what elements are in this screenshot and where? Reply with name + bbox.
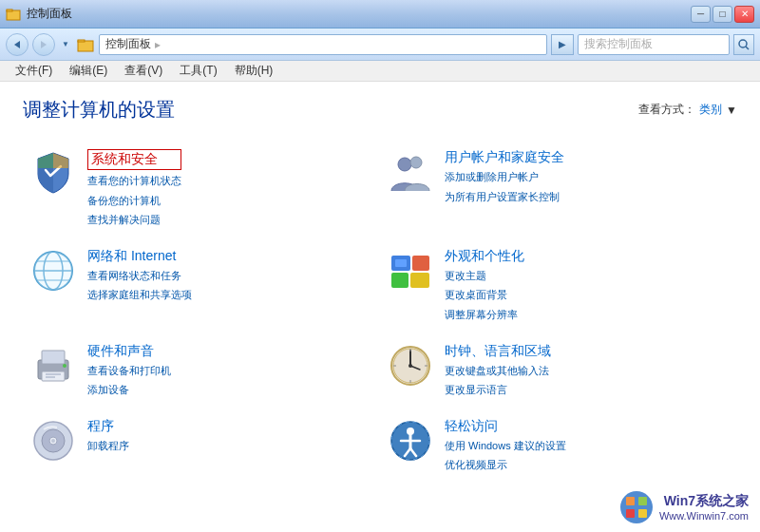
search-input[interactable]: 搜索控制面板 [578,34,730,55]
network-title[interactable]: 网络和 Internet [87,248,192,265]
system-security-link-2[interactable]: 备份您的计算机 [87,193,181,210]
user-accounts-link-1[interactable]: 添加或删除用户帐户 [445,169,564,186]
search-button[interactable] [733,34,754,55]
category-network[interactable]: 网络和 Internet 查看网络状态和任务 选择家庭组和共享选项 [23,238,380,333]
title-bar: 控制面板 ─ □ ✕ [0,0,760,28]
network-link-2[interactable]: 选择家庭组和共享选项 [87,287,192,304]
appearance-icon [388,248,433,294]
svg-rect-50 [638,497,647,505]
search-icon [738,39,750,50]
system-security-link-1[interactable]: 查看您的计算机状态 [87,173,181,190]
svg-rect-49 [626,497,635,505]
ease-of-access-icon [388,418,433,464]
hardware-link-1[interactable]: 查看设备和打印机 [87,363,171,380]
forward-button[interactable] [32,33,55,56]
svg-marker-2 [14,41,20,48]
view-options: 查看方式： 类别 ▼ [638,102,737,118]
clock-icon [388,343,433,389]
watermark-logo: Win7系统之家 Www.Winwin7.com [619,490,749,524]
clock-link-2[interactable]: 更改显示语言 [445,382,551,399]
category-user-accounts[interactable]: 用户帐户和家庭安全 添加或删除用户帐户 为所有用户设置家长控制 [380,140,737,238]
svg-rect-1 [7,10,12,11]
category-appearance[interactable]: 外观和个性化 更改主题 更改桌面背景 调整屏幕分辨率 [380,238,737,333]
back-button[interactable] [6,33,28,56]
maximize-button[interactable]: □ [712,6,732,23]
clock-title[interactable]: 时钟、语言和区域 [445,343,551,360]
system-security-title[interactable]: 系统和安全 [87,149,181,170]
system-security-link-3[interactable]: 查找并解决问题 [87,212,181,229]
programs-text: 程序 卸载程序 [87,418,129,455]
address-separator: ▸ [155,38,161,51]
menu-tools[interactable]: 工具(T) [172,61,224,81]
appearance-title[interactable]: 外观和个性化 [445,248,524,265]
category-ease-of-access[interactable]: 轻松访问 使用 Windows 建议的设置 优化视频显示 [380,408,737,484]
ease-of-access-link-2[interactable]: 优化视频显示 [445,457,566,474]
menu-view[interactable]: 查看(V) [117,61,170,81]
network-icon [30,248,76,294]
view-dropdown-icon[interactable]: ▼ [726,104,737,117]
svg-point-40 [51,439,55,443]
main-content: 调整计算机的设置 查看方式： 类别 ▼ [0,82,760,532]
title-bar-controls: ─ □ ✕ [691,6,754,23]
svg-rect-51 [626,509,635,518]
address-bar: ▼ 控制面板 ▸ ▶ 搜索控制面板 [0,28,760,61]
svg-rect-23 [42,351,65,364]
windows-logo [619,490,654,524]
ease-of-access-title[interactable]: 轻松访问 [445,418,566,435]
menu-file[interactable]: 文件(F) [8,61,60,81]
watermark-url: Www.Winwin7.com [659,510,749,522]
menu-bar: 文件(F) 编辑(E) 查看(V) 工具(T) 帮助(H) [0,61,760,82]
appearance-link-1[interactable]: 更改主题 [445,268,524,285]
programs-title[interactable]: 程序 [87,418,129,435]
network-link-1[interactable]: 查看网络状态和任务 [87,268,192,285]
category-system-security[interactable]: 系统和安全 查看您的计算机状态 备份您的计算机 查找并解决问题 [23,140,380,238]
ease-of-access-link-1[interactable]: 使用 Windows 建议的设置 [445,438,566,455]
title-bar-text: 控制面板 [27,6,72,22]
minimize-button[interactable]: ─ [691,6,711,23]
close-button[interactable]: ✕ [734,6,754,23]
svg-rect-19 [391,273,408,288]
svg-rect-26 [46,376,55,378]
menu-edit[interactable]: 编辑(E) [62,61,115,81]
svg-point-48 [620,491,653,523]
svg-rect-20 [410,273,429,288]
menu-help[interactable]: 帮助(H) [227,61,281,81]
category-programs[interactable]: 程序 卸载程序 [23,408,380,484]
system-security-icon [30,149,76,195]
svg-rect-5 [78,40,85,42]
address-go-button[interactable]: ▶ [551,34,574,55]
user-accounts-link-2[interactable]: 为所有用户设置家长控制 [445,189,564,206]
title-bar-left: 控制面板 [6,6,72,22]
hardware-icon [30,343,76,389]
clock-text: 时钟、语言和区域 更改键盘或其他输入法 更改显示语言 [445,343,551,399]
programs-link-1[interactable]: 卸载程序 [87,438,129,455]
svg-rect-25 [46,373,61,375]
category-hardware[interactable]: 硬件和声音 查看设备和打印机 添加设备 [23,333,380,408]
svg-marker-3 [41,41,47,48]
appearance-link-2[interactable]: 更改桌面背景 [445,287,524,304]
programs-icon [30,418,76,464]
page-title: 调整计算机的设置 [23,97,175,123]
category-clock[interactable]: 时钟、语言和区域 更改键盘或其他输入法 更改显示语言 [380,333,737,408]
svg-rect-52 [638,509,647,518]
address-input[interactable]: 控制面板 ▸ [99,34,547,55]
svg-point-10 [410,157,422,168]
user-accounts-title[interactable]: 用户帐户和家庭安全 [445,149,564,166]
svg-point-27 [63,364,66,368]
ease-of-access-text: 轻松访问 使用 Windows 建议的设置 优化视频显示 [445,418,566,474]
appearance-link-3[interactable]: 调整屏幕分辨率 [445,307,524,324]
svg-point-32 [408,364,412,368]
user-accounts-icon [388,149,433,195]
titlebar-icon [6,7,21,22]
view-mode-link[interactable]: 类别 [699,102,722,118]
svg-point-16 [34,252,72,290]
categories-grid: 系统和安全 查看您的计算机状态 备份您的计算机 查找并解决问题 [23,140,737,484]
hardware-link-2[interactable]: 添加设备 [87,382,171,399]
svg-rect-18 [412,256,429,271]
appearance-text: 外观和个性化 更改主题 更改桌面背景 调整屏幕分辨率 [445,248,524,324]
hardware-title[interactable]: 硬件和声音 [87,343,171,360]
nav-dropdown-button[interactable]: ▼ [59,33,72,56]
main-wrapper: 调整计算机的设置 查看方式： 类别 ▼ [0,82,760,532]
svg-rect-21 [395,259,407,267]
clock-link-1[interactable]: 更改键盘或其他输入法 [445,363,551,380]
